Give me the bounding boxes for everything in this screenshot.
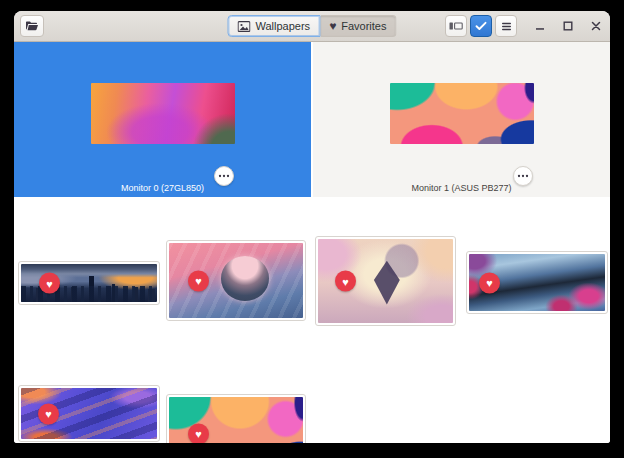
monitor-0-label: Monitor 0 (27GL850) <box>14 183 311 193</box>
folder-open-icon <box>25 20 39 32</box>
favorite-heart-badge[interactable]: ♥ <box>335 271 356 292</box>
headerbar-actions <box>445 15 602 37</box>
tab-favorites[interactable]: ♥ Favorites <box>320 15 396 37</box>
maximize-button[interactable] <box>561 15 574 37</box>
per-monitor-toggle-button[interactable] <box>445 15 467 37</box>
window-controls <box>533 15 602 37</box>
monitor-0-wallpaper-preview <box>91 83 235 144</box>
wallpaper-tile[interactable]: ♥ <box>18 385 160 442</box>
checkmark-icon <box>475 21 487 31</box>
two-displays-icon <box>449 20 463 32</box>
monitor-selection-row: Monitor 0 (27GL850) Monitor 1 (ASUS PB27… <box>14 42 610 197</box>
monitor-1-label: Monitor 1 (ASUS PB277) <box>313 183 610 193</box>
favorite-heart-badge[interactable]: ♥ <box>39 273 60 294</box>
open-folder-button[interactable] <box>20 15 44 37</box>
favorite-heart-badge[interactable]: ♥ <box>188 270 209 291</box>
wallpaper-tile[interactable]: ♥ <box>18 261 160 305</box>
tab-wallpapers-label: Wallpapers <box>256 20 311 32</box>
monitor-1-wallpaper-preview <box>390 83 534 144</box>
wallpaper-tile[interactable]: ♥ <box>166 240 306 321</box>
apply-wallpaper-button[interactable] <box>470 15 492 37</box>
minimize-button[interactable] <box>533 15 546 37</box>
wallpaper-tile[interactable]: ♥ <box>466 251 608 314</box>
headerbar: Wallpapers ♥ Favorites <box>14 11 610 42</box>
desktop-background: { "colors": { "accent": "#3584e4", "favo… <box>0 0 624 458</box>
favorites-grid: ♥ ♥ ♥ ♥ ♥ ♥ <box>14 197 610 443</box>
monitor-1-card[interactable]: Monitor 1 (ASUS PB277) <box>313 42 610 197</box>
app-window: Wallpapers ♥ Favorites <box>14 11 610 443</box>
menu-icon <box>501 22 512 31</box>
ellipsis-icon <box>218 174 230 178</box>
ellipsis-icon <box>517 174 529 178</box>
tab-favorites-label: Favorites <box>341 20 386 32</box>
image-icon <box>238 21 251 32</box>
monitor-0-card[interactable]: Monitor 0 (27GL850) <box>14 42 311 197</box>
close-button[interactable] <box>589 15 602 37</box>
tab-wallpapers[interactable]: Wallpapers <box>228 15 321 37</box>
wallpaper-tile[interactable]: ♥ <box>166 394 306 443</box>
wallpaper-tile[interactable]: ♥ <box>315 236 456 326</box>
view-switcher: Wallpapers ♥ Favorites <box>228 15 397 37</box>
favorite-heart-badge[interactable]: ♥ <box>479 272 500 293</box>
primary-menu-button[interactable] <box>495 15 517 37</box>
heart-icon: ♥ <box>329 20 336 32</box>
favorite-heart-badge[interactable]: ♥ <box>38 403 59 424</box>
favorite-heart-badge[interactable]: ♥ <box>188 423 209 443</box>
